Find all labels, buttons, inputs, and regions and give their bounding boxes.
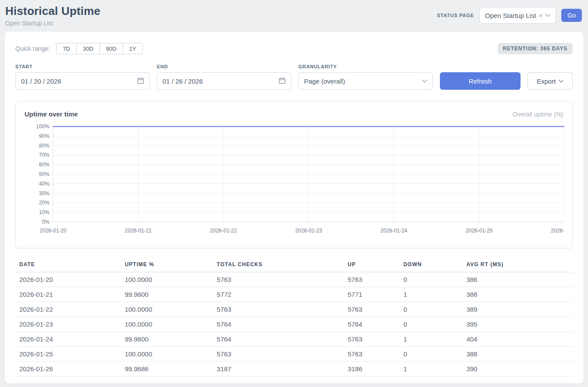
svg-text:100%: 100% [36, 123, 50, 130]
table-row: 2026-01-26 99.9686 3187 3186 1 390 [15, 362, 573, 376]
cell-uptime: 100.0000 [121, 302, 213, 317]
table-row: 2026-01-23 100.0000 5764 5764 0 395 [15, 317, 573, 332]
start-field-group: START 01 / 20 / 2026 [15, 64, 150, 90]
col-header-up: UP [344, 259, 400, 272]
granularity-label: GRANULARITY [298, 64, 433, 69]
col-header-avg-rt: AVG RT (MS) [463, 259, 573, 272]
cell-avg-rt: 386 [463, 272, 573, 287]
quick-range-30d[interactable]: 30D [76, 43, 99, 54]
svg-text:2026-01-24: 2026-01-24 [380, 228, 407, 234]
cell-total-checks: 5763 [213, 272, 344, 287]
cell-up: 5771 [344, 287, 400, 302]
svg-text:10%: 10% [39, 209, 50, 215]
calendar-icon[interactable] [137, 77, 144, 85]
granularity-select[interactable]: Page (overall) [298, 72, 433, 90]
page-subtitle: Open Startup List [5, 20, 100, 27]
refresh-button[interactable]: Refresh [440, 72, 521, 90]
end-date-input[interactable]: 01 / 26 / 2026 [157, 72, 291, 90]
cell-down: 1 [400, 287, 463, 302]
top-header: Historical Uptime Open Startup List STAT… [0, 0, 588, 32]
header-controls: STATUS PAGE Open Startup List × Go [437, 7, 582, 24]
svg-text:90%: 90% [39, 133, 50, 139]
table-header-row: DATE UPTIME % TOTAL CHECKS UP DOWN AVG R… [15, 259, 573, 272]
cell-date: 2026-01-24 [15, 332, 121, 347]
quick-range-90d[interactable]: 90D [99, 43, 123, 54]
cell-down: 0 [400, 302, 463, 317]
table-row: 2026-01-25 100.0000 5763 5763 0 388 [15, 347, 573, 362]
uptime-chart: 0%10%20%30%40%50%60%70%80%90%100%2026-01… [25, 122, 563, 239]
table-row: 2026-01-24 99.9800 5764 5763 1 404 [15, 332, 573, 347]
cell-date: 2026-01-25 [15, 347, 121, 362]
export-button[interactable]: Export [528, 72, 573, 90]
svg-text:2026-01-25: 2026-01-25 [466, 228, 493, 234]
svg-text:30%: 30% [39, 190, 50, 197]
svg-text:40%: 40% [39, 181, 50, 187]
cell-date: 2026-01-23 [15, 317, 121, 332]
cell-avg-rt: 404 [463, 332, 573, 347]
svg-text:60%: 60% [39, 162, 50, 168]
status-page-label: STATUS PAGE [437, 13, 474, 18]
start-date-input[interactable]: 01 / 20 / 2026 [15, 72, 150, 90]
quick-range-group: 7D 30D 90D 1Y [56, 43, 142, 54]
title-block: Historical Uptime Open Startup List [5, 4, 100, 27]
go-button[interactable]: Go [561, 9, 582, 22]
col-header-total-checks: TOTAL CHECKS [213, 259, 344, 272]
quick-range-1y[interactable]: 1Y [123, 43, 143, 54]
cell-up: 5763 [344, 302, 400, 317]
svg-text:70%: 70% [39, 152, 50, 158]
cell-avg-rt: 390 [463, 362, 573, 376]
cell-avg-rt: 388 [463, 347, 573, 362]
export-label: Export [537, 77, 556, 85]
cell-date: 2026-01-20 [15, 272, 121, 287]
cell-avg-rt: 389 [463, 302, 573, 317]
cell-uptime: 100.0000 [121, 347, 213, 362]
svg-text:50%: 50% [39, 171, 50, 177]
start-label: START [15, 64, 150, 69]
uptime-table: DATE UPTIME % TOTAL CHECKS UP DOWN AVG R… [15, 259, 573, 376]
cell-avg-rt: 395 [463, 317, 573, 332]
svg-text:2026-01-22: 2026-01-22 [210, 228, 237, 234]
svg-text:0%: 0% [42, 219, 50, 225]
cell-down: 0 [400, 347, 463, 362]
quick-range-row: Quick range: 7D 30D 90D 1Y RETENTION: 36… [15, 43, 573, 54]
page-title: Historical Uptime [5, 4, 100, 18]
cell-up: 5763 [344, 272, 400, 287]
cell-up: 3186 [344, 362, 400, 376]
chart-plot-area: 0%10%20%30%40%50%60%70%80%90%100%2026-01… [25, 122, 564, 237]
granularity-field-group: GRANULARITY Page (overall) [298, 64, 433, 90]
filter-fields-row: START 01 / 20 / 2026 END 01 / 26 / 2026 … [15, 64, 573, 90]
cell-uptime: 100.0000 [121, 272, 213, 287]
svg-text:80%: 80% [39, 143, 50, 149]
clear-selection-icon[interactable]: × [539, 12, 543, 19]
cell-total-checks: 3187 [213, 362, 344, 376]
cell-total-checks: 5772 [213, 287, 344, 302]
cell-down: 0 [400, 317, 463, 332]
granularity-value: Page (overall) [304, 77, 422, 85]
cell-up: 5763 [344, 347, 400, 362]
status-page-select[interactable]: Open Startup List × [479, 7, 556, 24]
calendar-icon[interactable] [279, 77, 286, 85]
chevron-down-icon [545, 14, 550, 17]
svg-text:2026-01-26: 2026-01-26 [551, 228, 564, 234]
cell-up: 5764 [344, 317, 400, 332]
chevron-down-icon [559, 80, 563, 83]
cell-total-checks: 5764 [213, 332, 344, 347]
cell-uptime: 99.9800 [121, 332, 213, 347]
uptime-chart-card: Uptime over time Overall uptime (%) 0%10… [15, 101, 573, 248]
end-label: END [157, 64, 291, 69]
quick-range-7d[interactable]: 7D [56, 43, 76, 54]
table-row: 2026-01-21 99.9800 5772 5771 1 388 [15, 287, 573, 302]
end-date-value: 01 / 26 / 2026 [163, 77, 279, 85]
col-header-down: DOWN [400, 259, 463, 272]
cell-total-checks: 5764 [213, 317, 344, 332]
cell-uptime: 99.9686 [121, 362, 213, 376]
uptime-table-wrap: DATE UPTIME % TOTAL CHECKS UP DOWN AVG R… [15, 259, 573, 376]
chart-legend: Overall uptime (%) [513, 111, 563, 118]
cell-down: 1 [400, 362, 463, 376]
svg-text:2026-01-20: 2026-01-20 [39, 228, 67, 234]
chart-title: Uptime over time [25, 110, 78, 118]
cell-date: 2026-01-22 [15, 302, 121, 317]
uptime-table-body: 2026-01-20 100.0000 5763 5763 0 386 2026… [15, 272, 573, 376]
table-row: 2026-01-22 100.0000 5763 5763 0 389 [15, 302, 573, 317]
retention-badge: RETENTION: 365 DAYS [498, 43, 573, 54]
